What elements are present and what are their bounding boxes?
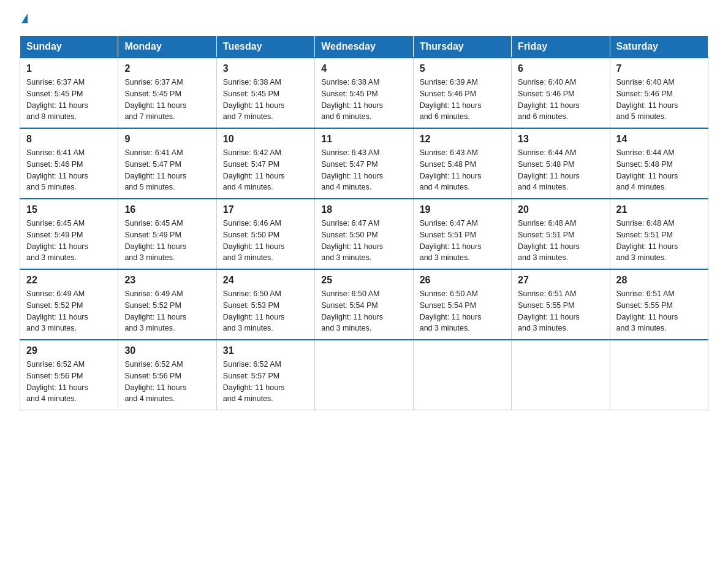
day-info: Sunrise: 6:49 AMSunset: 5:52 PMDaylight:… [124, 288, 210, 334]
calendar-cell: 8Sunrise: 6:41 AMSunset: 5:46 PMDaylight… [20, 128, 118, 199]
day-of-week-header: Monday [118, 36, 216, 58]
day-info: Sunrise: 6:37 AMSunset: 5:45 PMDaylight:… [124, 77, 210, 123]
calendar-cell: 25Sunrise: 6:50 AMSunset: 5:54 PMDayligh… [315, 269, 413, 340]
day-info: Sunrise: 6:38 AMSunset: 5:45 PMDaylight:… [321, 77, 406, 123]
calendar-cell: 15Sunrise: 6:45 AMSunset: 5:49 PMDayligh… [20, 199, 118, 269]
calendar-cell [413, 340, 511, 410]
day-info: Sunrise: 6:50 AMSunset: 5:53 PMDaylight:… [223, 288, 308, 334]
day-number: 29 [26, 345, 112, 356]
day-number: 30 [124, 345, 210, 356]
day-number: 16 [124, 204, 210, 215]
day-info: Sunrise: 6:52 AMSunset: 5:56 PMDaylight:… [26, 359, 112, 405]
day-info: Sunrise: 6:39 AMSunset: 5:46 PMDaylight:… [420, 77, 505, 123]
day-number: 13 [518, 134, 603, 145]
day-info: Sunrise: 6:51 AMSunset: 5:55 PMDaylight:… [616, 288, 702, 334]
calendar-cell [512, 340, 610, 410]
calendar-table: SundayMondayTuesdayWednesdayThursdayFrid… [20, 36, 708, 410]
logo-triangle-icon [21, 13, 28, 23]
day-number: 24 [223, 275, 308, 286]
calendar-cell: 29Sunrise: 6:52 AMSunset: 5:56 PMDayligh… [20, 340, 118, 410]
calendar-cell: 23Sunrise: 6:49 AMSunset: 5:52 PMDayligh… [118, 269, 216, 340]
day-number: 17 [223, 204, 308, 215]
day-number: 20 [518, 204, 603, 215]
day-info: Sunrise: 6:52 AMSunset: 5:56 PMDaylight:… [124, 359, 210, 405]
day-info: Sunrise: 6:44 AMSunset: 5:48 PMDaylight:… [518, 147, 603, 193]
day-number: 19 [420, 204, 505, 215]
day-number: 10 [223, 134, 308, 145]
day-info: Sunrise: 6:49 AMSunset: 5:52 PMDaylight:… [26, 288, 112, 334]
day-info: Sunrise: 6:47 AMSunset: 5:50 PMDaylight:… [321, 218, 406, 264]
calendar-cell: 6Sunrise: 6:40 AMSunset: 5:46 PMDaylight… [512, 58, 610, 128]
day-info: Sunrise: 6:37 AMSunset: 5:45 PMDaylight:… [26, 77, 112, 123]
calendar-cell: 10Sunrise: 6:42 AMSunset: 5:47 PMDayligh… [216, 128, 314, 199]
day-info: Sunrise: 6:40 AMSunset: 5:46 PMDaylight:… [518, 77, 603, 123]
day-number: 3 [223, 63, 308, 74]
day-number: 22 [26, 275, 112, 286]
day-info: Sunrise: 6:52 AMSunset: 5:57 PMDaylight:… [223, 359, 308, 405]
day-of-week-header: Saturday [610, 36, 708, 58]
calendar-cell: 3Sunrise: 6:38 AMSunset: 5:45 PMDaylight… [216, 58, 314, 128]
calendar-cell: 24Sunrise: 6:50 AMSunset: 5:53 PMDayligh… [216, 269, 314, 340]
day-number: 15 [26, 204, 112, 215]
day-number: 8 [26, 134, 112, 145]
calendar-cell: 5Sunrise: 6:39 AMSunset: 5:46 PMDaylight… [413, 58, 511, 128]
day-info: Sunrise: 6:50 AMSunset: 5:54 PMDaylight:… [420, 288, 505, 334]
day-number: 9 [124, 134, 210, 145]
day-info: Sunrise: 6:43 AMSunset: 5:48 PMDaylight:… [420, 147, 505, 193]
calendar-cell: 11Sunrise: 6:43 AMSunset: 5:47 PMDayligh… [315, 128, 413, 199]
calendar-cell [315, 340, 413, 410]
day-info: Sunrise: 6:43 AMSunset: 5:47 PMDaylight:… [321, 147, 406, 193]
day-number: 2 [124, 63, 210, 74]
calendar-cell: 7Sunrise: 6:40 AMSunset: 5:46 PMDaylight… [610, 58, 708, 128]
day-info: Sunrise: 6:38 AMSunset: 5:45 PMDaylight:… [223, 77, 308, 123]
calendar-cell: 19Sunrise: 6:47 AMSunset: 5:51 PMDayligh… [413, 199, 511, 269]
calendar-cell: 18Sunrise: 6:47 AMSunset: 5:50 PMDayligh… [315, 199, 413, 269]
day-info: Sunrise: 6:46 AMSunset: 5:50 PMDaylight:… [223, 218, 308, 264]
calendar-cell: 1Sunrise: 6:37 AMSunset: 5:45 PMDaylight… [20, 58, 118, 128]
day-number: 7 [616, 63, 702, 74]
day-number: 26 [420, 275, 505, 286]
day-number: 11 [321, 134, 406, 145]
calendar-cell: 12Sunrise: 6:43 AMSunset: 5:48 PMDayligh… [413, 128, 511, 199]
day-info: Sunrise: 6:48 AMSunset: 5:51 PMDaylight:… [518, 218, 603, 264]
day-number: 1 [26, 63, 112, 74]
day-number: 14 [616, 134, 702, 145]
calendar-cell: 31Sunrise: 6:52 AMSunset: 5:57 PMDayligh… [216, 340, 314, 410]
day-of-week-header: Friday [512, 36, 610, 58]
calendar-cell: 27Sunrise: 6:51 AMSunset: 5:55 PMDayligh… [512, 269, 610, 340]
day-number: 28 [616, 275, 702, 286]
day-info: Sunrise: 6:45 AMSunset: 5:49 PMDaylight:… [26, 218, 112, 264]
day-info: Sunrise: 6:42 AMSunset: 5:47 PMDaylight:… [223, 147, 308, 193]
day-info: Sunrise: 6:40 AMSunset: 5:46 PMDaylight:… [616, 77, 702, 123]
calendar-cell: 9Sunrise: 6:41 AMSunset: 5:47 PMDaylight… [118, 128, 216, 199]
day-info: Sunrise: 6:50 AMSunset: 5:54 PMDaylight:… [321, 288, 406, 334]
calendar-cell: 4Sunrise: 6:38 AMSunset: 5:45 PMDaylight… [315, 58, 413, 128]
day-number: 31 [223, 345, 308, 356]
day-number: 21 [616, 204, 702, 215]
calendar-cell: 20Sunrise: 6:48 AMSunset: 5:51 PMDayligh… [512, 199, 610, 269]
calendar-cell: 14Sunrise: 6:44 AMSunset: 5:48 PMDayligh… [610, 128, 708, 199]
day-info: Sunrise: 6:45 AMSunset: 5:49 PMDaylight:… [124, 218, 210, 264]
day-number: 23 [124, 275, 210, 286]
logo [20, 15, 28, 25]
day-info: Sunrise: 6:41 AMSunset: 5:46 PMDaylight:… [26, 147, 112, 193]
page-header [20, 15, 708, 25]
day-info: Sunrise: 6:47 AMSunset: 5:51 PMDaylight:… [420, 218, 505, 264]
calendar-cell: 28Sunrise: 6:51 AMSunset: 5:55 PMDayligh… [610, 269, 708, 340]
day-number: 6 [518, 63, 603, 74]
day-of-week-header: Tuesday [216, 36, 314, 58]
day-info: Sunrise: 6:51 AMSunset: 5:55 PMDaylight:… [518, 288, 603, 334]
day-number: 18 [321, 204, 406, 215]
day-of-week-header: Thursday [413, 36, 511, 58]
day-info: Sunrise: 6:41 AMSunset: 5:47 PMDaylight:… [124, 147, 210, 193]
day-number: 12 [420, 134, 505, 145]
calendar-cell: 2Sunrise: 6:37 AMSunset: 5:45 PMDaylight… [118, 58, 216, 128]
day-number: 4 [321, 63, 406, 74]
calendar-cell: 30Sunrise: 6:52 AMSunset: 5:56 PMDayligh… [118, 340, 216, 410]
day-info: Sunrise: 6:44 AMSunset: 5:48 PMDaylight:… [616, 147, 702, 193]
calendar-cell: 13Sunrise: 6:44 AMSunset: 5:48 PMDayligh… [512, 128, 610, 199]
day-number: 5 [420, 63, 505, 74]
calendar-cell: 26Sunrise: 6:50 AMSunset: 5:54 PMDayligh… [413, 269, 511, 340]
calendar-cell: 17Sunrise: 6:46 AMSunset: 5:50 PMDayligh… [216, 199, 314, 269]
calendar-cell: 16Sunrise: 6:45 AMSunset: 5:49 PMDayligh… [118, 199, 216, 269]
